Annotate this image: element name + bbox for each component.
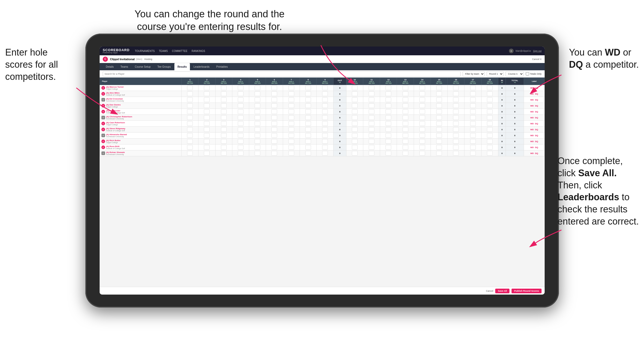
hole-12-input-cell[interactable]: [380, 109, 397, 115]
score-input-h16[interactable]: [453, 103, 459, 108]
hole-12-input-cell[interactable]: [380, 91, 397, 97]
score-input-h15[interactable]: [436, 97, 442, 102]
hole-16-input-cell[interactable]: [448, 121, 464, 127]
hole-4-input-cell[interactable]: [232, 127, 249, 133]
score-input-h14[interactable]: [419, 127, 425, 132]
score-input-h13[interactable]: [403, 109, 408, 114]
hole-6-input-cell[interactable]: [266, 150, 283, 156]
dq-button[interactable]: DQ: [535, 87, 538, 89]
score-input-h4[interactable]: [238, 139, 243, 144]
score-input-h13[interactable]: [403, 97, 408, 102]
score-input-h4[interactable]: [238, 91, 243, 96]
hole-11-input-cell[interactable]: [363, 85, 380, 91]
hole-17-input-cell[interactable]: [464, 91, 481, 97]
score-input-h12[interactable]: [386, 86, 391, 90]
hole-14-input-cell[interactable]: [414, 97, 431, 103]
hole-8-input-cell[interactable]: [300, 109, 316, 115]
hole-17-input-cell[interactable]: [464, 103, 481, 109]
hole-2-input-cell[interactable]: [198, 127, 215, 133]
hole-16-input-cell[interactable]: [448, 103, 464, 109]
hole-4-input-cell[interactable]: [232, 115, 249, 121]
hole-10-input-cell[interactable]: [346, 115, 363, 121]
hole-7-input-cell[interactable]: [283, 85, 300, 91]
score-input-h3[interactable]: [221, 145, 227, 150]
hole-9-input-cell[interactable]: [317, 97, 334, 103]
hole-3-input-cell[interactable]: [215, 150, 232, 156]
hole-17-input-cell[interactable]: [464, 127, 481, 133]
nav-tournaments[interactable]: TOURNAMENTS: [135, 50, 155, 52]
score-input-h2[interactable]: [204, 145, 210, 150]
search-input[interactable]: [103, 71, 461, 76]
hole-10-input-cell[interactable]: [346, 150, 363, 156]
hole-6-input-cell[interactable]: [266, 139, 283, 144]
hole-8-input-cell[interactable]: [300, 103, 316, 109]
score-input-h18[interactable]: [487, 91, 493, 96]
score-input-h1[interactable]: [187, 103, 193, 108]
score-input-h5[interactable]: [255, 139, 260, 144]
score-input-h15[interactable]: [436, 145, 442, 150]
score-input-h3[interactable]: [221, 91, 227, 96]
round-select[interactable]: Round 1: [487, 71, 504, 76]
hole-6-input-cell[interactable]: [266, 133, 283, 139]
score-input-h13[interactable]: [403, 127, 408, 132]
score-input-h6[interactable]: [271, 97, 277, 102]
score-input-h2[interactable]: [204, 103, 210, 108]
score-input-h15[interactable]: [436, 115, 442, 120]
score-input-h17[interactable]: [470, 127, 476, 132]
hole-11-input-cell[interactable]: [363, 150, 380, 156]
hole-11-input-cell[interactable]: [363, 121, 380, 127]
tab-tee-groups[interactable]: Tee Groups: [154, 63, 174, 70]
score-input-h3[interactable]: [221, 115, 227, 120]
score-input-h17[interactable]: [470, 109, 476, 114]
hole-10-input-cell[interactable]: [346, 109, 363, 115]
score-input-h10[interactable]: [352, 86, 358, 90]
score-input-h15[interactable]: [436, 121, 442, 126]
score-input-h13[interactable]: [403, 103, 408, 108]
score-input-h15[interactable]: [436, 133, 442, 138]
hole-6-input-cell[interactable]: [266, 144, 283, 150]
score-input-h2[interactable]: [204, 133, 210, 138]
score-input-h12[interactable]: [386, 103, 391, 108]
hole-3-input-cell[interactable]: [215, 103, 232, 109]
score-input-h3[interactable]: [221, 97, 227, 102]
hole-2-input-cell[interactable]: [198, 103, 215, 109]
hole-5-input-cell[interactable]: [249, 150, 266, 156]
hole-13-input-cell[interactable]: [397, 97, 414, 103]
score-input-h1[interactable]: [187, 115, 193, 120]
score-input-h18[interactable]: [487, 86, 493, 90]
hole-14-input-cell[interactable]: [414, 85, 431, 91]
score-input-h14[interactable]: [419, 103, 425, 108]
filter-team-select[interactable]: Filter by team: [463, 71, 485, 76]
totals-only-checkbox[interactable]: [526, 72, 529, 75]
hole-18-input-cell[interactable]: [481, 121, 498, 127]
sign-out-link[interactable]: Sign out: [533, 50, 542, 52]
score-input-h2[interactable]: [204, 127, 210, 132]
hole-2-input-cell[interactable]: [198, 121, 215, 127]
score-input-h6[interactable]: [271, 151, 277, 156]
score-input-h8[interactable]: [305, 115, 311, 120]
score-input-h15[interactable]: [436, 151, 442, 156]
hole-6-input-cell[interactable]: [266, 121, 283, 127]
dq-button[interactable]: DQ: [535, 146, 538, 149]
hole-18-input-cell[interactable]: [481, 115, 498, 121]
hole-7-input-cell[interactable]: [283, 133, 300, 139]
score-input-h6[interactable]: [271, 127, 277, 132]
score-input-h9[interactable]: [322, 91, 328, 96]
hole-14-input-cell[interactable]: [414, 133, 431, 139]
hole-3-input-cell[interactable]: [215, 115, 232, 121]
hole-16-input-cell[interactable]: [448, 133, 464, 139]
score-input-h10[interactable]: [352, 133, 358, 138]
score-input-h17[interactable]: [470, 97, 476, 102]
hole-10-input-cell[interactable]: [346, 85, 363, 91]
hole-17-input-cell[interactable]: [464, 144, 481, 150]
hole-9-input-cell[interactable]: [317, 139, 334, 144]
score-input-h14[interactable]: [419, 97, 425, 102]
hole-18-input-cell[interactable]: [481, 127, 498, 133]
hole-5-input-cell[interactable]: [249, 103, 266, 109]
score-input-h6[interactable]: [271, 121, 277, 126]
score-input-h10[interactable]: [352, 151, 358, 156]
totals-only-toggle[interactable]: Totals Only: [526, 72, 542, 75]
hole-6-input-cell[interactable]: [266, 103, 283, 109]
score-input-h3[interactable]: [221, 121, 227, 126]
score-input-h9[interactable]: [322, 121, 328, 126]
